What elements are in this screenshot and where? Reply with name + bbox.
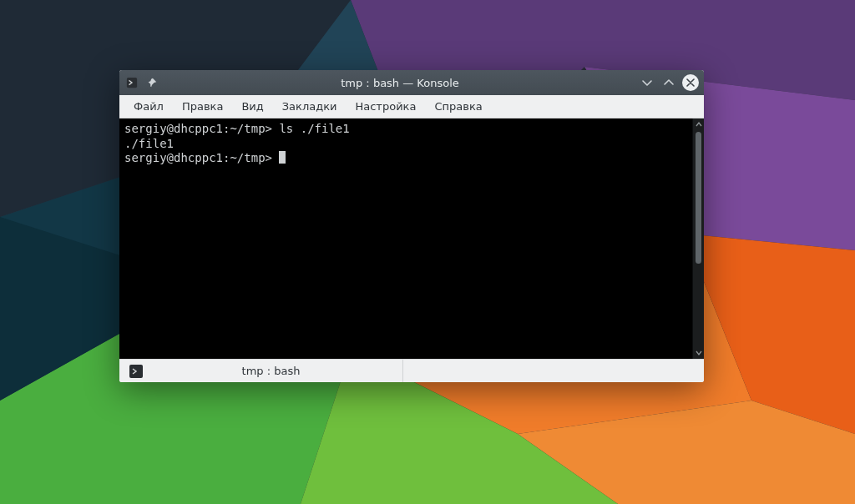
tab-bar: tmp : bash [119, 359, 704, 382]
cursor [279, 151, 286, 164]
pin-icon[interactable] [143, 73, 161, 92]
prompt: sergiy@dhcppc1:~/tmp> [124, 122, 272, 135]
menu-view[interactable]: Вид [234, 98, 271, 115]
scrollbar[interactable] [692, 118, 704, 359]
close-button[interactable] [682, 74, 699, 91]
desktop: tmp : bash — Konsole Файл Правка Вид Зак… [0, 0, 855, 504]
menu-help[interactable]: Справка [427, 98, 489, 115]
menu-settings[interactable]: Настройка [347, 98, 423, 115]
command-text: ls ./file1 [272, 122, 350, 135]
titlebar[interactable]: tmp : bash — Konsole [119, 70, 704, 95]
tab-item[interactable]: tmp : bash [119, 360, 403, 382]
minimize-button[interactable] [639, 74, 655, 91]
terminal-icon [129, 365, 143, 378]
terminal[interactable]: sergiy@dhcppc1:~/tmp> ls ./file1 ./file1… [119, 118, 692, 359]
scroll-up-icon[interactable] [693, 118, 704, 130]
prompt: sergiy@dhcppc1:~/tmp> [124, 151, 272, 164]
konsole-window: tmp : bash — Konsole Файл Правка Вид Зак… [119, 70, 704, 382]
scroll-thumb[interactable] [696, 132, 701, 264]
tab-label: tmp : bash [149, 365, 392, 377]
titlebar-controls [639, 74, 699, 91]
menu-file[interactable]: Файл [126, 98, 171, 115]
window-title: tmp : bash — Konsole [166, 77, 634, 89]
output-line: ./file1 [124, 137, 174, 150]
menubar: Файл Правка Вид Закладки Настройка Справ… [119, 95, 704, 118]
maximize-button[interactable] [660, 74, 677, 91]
menu-edit[interactable]: Правка [175, 98, 230, 115]
titlebar-left [123, 73, 161, 92]
app-menu-icon[interactable] [123, 73, 141, 92]
terminal-container: sergiy@dhcppc1:~/tmp> ls ./file1 ./file1… [119, 118, 704, 359]
menu-bookmarks[interactable]: Закладки [275, 98, 345, 115]
scroll-down-icon[interactable] [693, 347, 704, 359]
